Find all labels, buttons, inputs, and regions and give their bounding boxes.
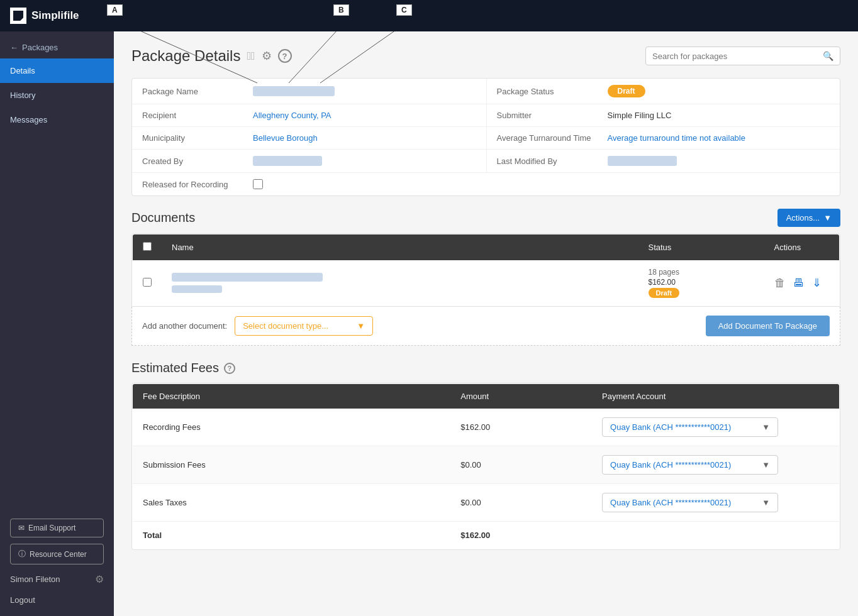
fee-row-submission: Submission Fees $0.00 Quay Bank (ACH ***… [133,446,840,484]
doc-type-select[interactable]: Select document type... ▼ [235,316,373,336]
fee-row-recording: Recording Fees $162.00 Quay Bank (ACH **… [133,409,840,446]
search-icon: 🔍 [823,51,833,61]
app-name: Simplifile [31,9,79,22]
search-box[interactable]: 🔍 [645,47,840,65]
salestax-payment-select[interactable]: Quay Bank (ACH ***********0021) ▼ [602,493,778,512]
fee-row-total: Total $162.00 [133,522,840,549]
annotation-c: C [396,4,412,16]
row-checkbox[interactable] [143,278,152,287]
add-doc-label: Add another document: [142,321,227,331]
last-modified-value [608,156,677,166]
sidebar-item-history-label: History [10,91,35,100]
recording-fee-label: Recording Fees [143,422,201,432]
annotation-a: A [107,4,123,16]
col-name: Name [162,234,638,261]
resource-center-button[interactable]: ⓘ Resource Center [10,544,104,564]
sidebar-item-messages-label: Messages [10,115,47,124]
select-arrow-icon: ▼ [357,321,365,331]
package-name-label: Package Name [142,87,243,96]
salestax-select-arrow-icon: ▼ [762,498,770,507]
submission-fee-label: Submission Fees [143,460,206,470]
logo: Simplifile [10,8,79,24]
col-status: Status [638,234,764,261]
package-name-value [253,86,335,96]
print-icon[interactable]: 🖶 [793,277,805,290]
sidebar-item-details[interactable]: Details [0,58,114,83]
sales-tax-label: Sales Taxes [143,498,187,507]
fees-col-account: Payment Account [592,384,839,409]
package-status-badge: Draft [608,85,645,97]
recipient-value[interactable]: Allegheny County, PA [253,111,332,120]
sidebar-item-messages[interactable]: Messages [0,107,114,132]
table-row: 18 pages $162.00 Draft 🗑 🖶 ⇓ [133,260,840,306]
submitter-value: Simple Filing LLC [608,111,672,120]
recipient-label: Recipient [142,111,243,120]
add-document-button[interactable]: Add Document To Package [706,316,830,336]
delete-icon[interactable]: 🗑 [774,277,786,290]
recording-fee-amount: $162.00 [460,422,490,432]
doc-price: $162.00 [649,278,676,287]
doc-status-badge: Draft [649,288,680,298]
released-label: Released for Recording [142,180,243,189]
total-label: Total [143,531,162,540]
back-arrow-icon: ← [10,43,18,52]
user-name: Simon Fileton [10,575,60,584]
recording-payment-select[interactable]: Quay Bank (ACH ***********0021) ▼ [602,417,778,437]
municipality-label: Municipality [142,133,243,143]
doc-name-blurred [172,273,323,282]
sales-tax-amount: $0.00 [460,498,481,507]
total-amount: $162.00 [460,531,490,540]
created-by-value [253,156,322,166]
logout-link[interactable]: Logout [10,594,104,606]
actions-button[interactable]: Actions... ▼ [777,209,840,227]
submitter-label: Submitter [497,111,598,120]
payment-select-arrow-icon: ▼ [762,422,770,432]
settings-icon[interactable]: ⚙ [95,573,104,585]
settings-gear-icon[interactable]: ⚙ [262,49,272,63]
select-all-checkbox[interactable] [143,242,152,251]
help-circle-icon[interactable]: ? [278,49,292,63]
col-actions: Actions [764,234,840,261]
submission-payment-select[interactable]: Quay Bank (ACH ***********0021) ▼ [602,455,778,475]
resource-icon: ⓘ [18,549,26,559]
last-modified-label: Last Modified By [497,157,598,166]
documents-title: Documents [131,211,195,225]
dropdown-arrow-icon: ▼ [823,213,832,223]
page-title: Package Details [131,47,240,65]
fees-title: Estimated Fees [131,361,219,375]
download-icon[interactable]: ⇓ [812,276,822,290]
fees-col-description: Fee Description [133,384,451,409]
back-to-packages[interactable]: ← Packages [0,36,114,58]
fees-col-amount: Amount [450,384,592,409]
sidebar-item-details-label: Details [10,66,35,75]
fees-help-icon[interactable]: ? [224,363,235,374]
turnaround-label: Average Turnaround Time [497,133,598,143]
annotation-b: B [333,4,349,16]
fee-row-sales-tax: Sales Taxes $0.00 Quay Bank (ACH *******… [133,484,840,522]
doc-pages: 18 pages [649,268,679,277]
municipality-value[interactable]: Bellevue Borough [253,133,318,143]
sidebar-item-history[interactable]: History [0,83,114,107]
search-input[interactable] [652,52,823,61]
package-status-label: Package Status [497,87,598,96]
submission-fee-amount: $0.00 [460,460,481,470]
submission-select-arrow-icon: ▼ [762,460,770,470]
released-checkbox[interactable] [253,179,263,189]
email-support-button[interactable]: ✉ Email Support [10,519,104,537]
doc-name-blurred-sub [172,285,222,293]
turnaround-value[interactable]: Average turnaround time not available [608,133,745,143]
notification-icon[interactable]: 🔔⃠ [247,50,255,63]
email-icon: ✉ [18,524,25,532]
created-by-label: Created By [142,157,243,166]
